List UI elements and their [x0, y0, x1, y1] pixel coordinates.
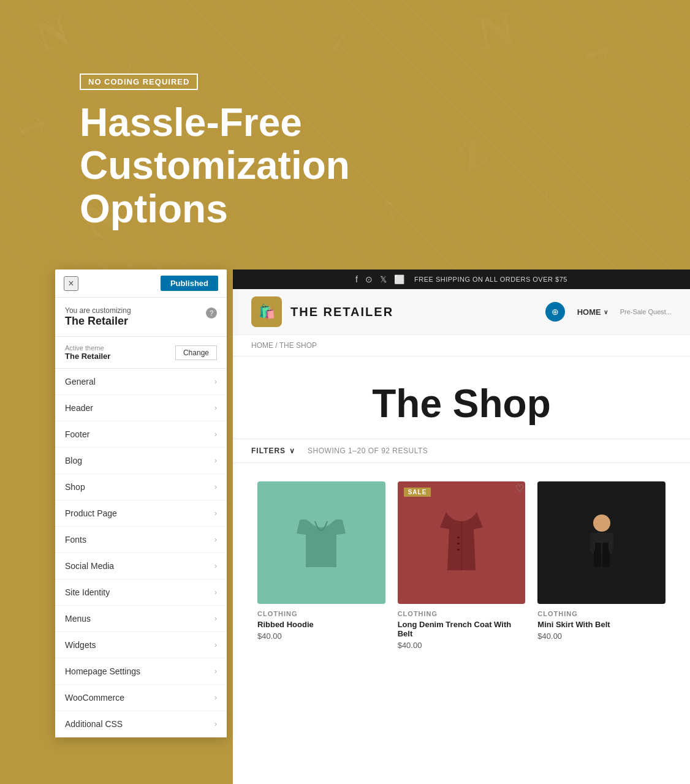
shop-title-area: The Shop — [233, 356, 690, 439]
hero-section: N ↑ N ↗ Z ↑ ↗ N Z ↑ NO CODING REQUIRED H… — [0, 0, 690, 270]
menu-item-social-media[interactable]: Social Media › — [55, 553, 227, 579]
customizing-theme-name: The Retailer — [65, 315, 131, 328]
menu-item-homepage-settings[interactable]: Homepage Settings › — [55, 658, 227, 685]
svg-point-4 — [593, 514, 610, 532]
product-name: Long Denim Trench Coat With Belt — [398, 620, 526, 638]
svg-rect-9 — [608, 533, 613, 551]
message-icon: ⊙ — [365, 274, 373, 284]
product-card: SALE ♡ CLOTHING Long Denim Trench Coat W… — [392, 475, 532, 656]
svg-rect-2 — [457, 543, 460, 545]
menu-item-menus[interactable]: Menus › — [55, 606, 227, 632]
hero-content: NO CODING REQUIRED Hassle-Free Customiza… — [80, 74, 509, 230]
active-theme-name: The Retailer — [65, 352, 110, 361]
menu-item-fonts[interactable]: Fonts › — [55, 527, 227, 553]
help-icon[interactable]: ? — [206, 307, 217, 318]
chevron-icon: › — [214, 430, 217, 439]
svg-rect-8 — [590, 533, 595, 551]
chevron-icon: › — [214, 641, 217, 649]
chevron-icon: › — [214, 483, 217, 491]
menu-item-footer[interactable]: Footer › — [55, 421, 227, 448]
nav-icon: ⊕ — [545, 302, 565, 322]
sale-badge: SALE — [404, 488, 431, 497]
chevron-icon: › — [214, 562, 217, 570]
home-nav-link[interactable]: HOME ∨ — [577, 307, 608, 317]
chevron-icon: › — [214, 614, 217, 623]
chevron-icon: › — [214, 377, 217, 386]
product-grid: CLOTHING Ribbed Hoodie $40.00 SALE ♡ — [233, 463, 690, 668]
menu-item-header[interactable]: Header › — [55, 395, 227, 421]
product-image — [398, 481, 526, 604]
hero-title: Hassle-Free Customization Options — [80, 101, 509, 230]
product-price: $40.00 — [398, 641, 526, 650]
product-name: Ribbed Hoodie — [257, 620, 385, 629]
menu-item-shop[interactable]: Shop › — [55, 474, 227, 500]
no-coding-badge: NO CODING REQUIRED — [80, 74, 198, 90]
active-theme-label: Active theme — [65, 344, 110, 352]
published-button[interactable]: Published — [161, 276, 218, 291]
menu-item-blog[interactable]: Blog › — [55, 448, 227, 474]
shop-title: The Shop — [251, 381, 672, 426]
logo-icon: 🛍️ — [251, 296, 282, 327]
store-topbar: f ⊙ 𝕏 ⬜ FREE SHIPPING ON ALL ORDERS OVER… — [233, 270, 690, 289]
presale-nav-link: Pre-Sale Quest... — [620, 308, 672, 315]
chevron-icon: › — [214, 404, 217, 412]
home-chevron: ∨ — [604, 309, 608, 315]
svg-rect-3 — [457, 549, 460, 551]
store-nav-links: ⊕ HOME ∨ Pre-Sale Quest... — [545, 302, 672, 322]
active-theme-section: Active theme The Retailer Change — [55, 337, 227, 369]
filters-chevron-icon: ∨ — [289, 447, 295, 455]
menu-item-site-identity[interactable]: Site Identity › — [55, 579, 227, 606]
product-category: CLOTHING — [257, 610, 385, 617]
store-nav: 🛍️ THE RETAILER ⊕ HOME ∨ Pre-Sale Quest.… — [233, 289, 690, 335]
menu-item-general[interactable]: General › — [55, 369, 227, 395]
hoodie-svg — [297, 515, 346, 570]
customizer-info: You are customizing The Retailer ? — [55, 298, 227, 337]
menu-item-additional-css[interactable]: Additional CSS › — [55, 711, 227, 737]
wishlist-icon[interactable]: ♡ — [515, 483, 524, 494]
customizer-header: × Published — [55, 270, 227, 298]
chevron-icon: › — [214, 667, 217, 676]
person-svg — [580, 512, 623, 573]
customizer-menu-list: General › Header › Footer › Blog › Shop … — [55, 369, 227, 737]
menu-item-woocommerce[interactable]: WooCommerce › — [55, 685, 227, 711]
product-category: CLOTHING — [537, 610, 665, 617]
logo-text: THE RETAILER — [290, 305, 393, 319]
chevron-icon: › — [214, 509, 217, 518]
social-icons: f ⊙ 𝕏 ⬜ — [355, 274, 404, 284]
store-preview: f ⊙ 𝕏 ⬜ FREE SHIPPING ON ALL ORDERS OVER… — [233, 270, 690, 784]
product-image — [257, 481, 385, 604]
product-category: CLOTHING — [398, 610, 526, 617]
facebook-icon: f — [355, 274, 358, 284]
svg-rect-1 — [457, 537, 460, 538]
results-count: SHOWING 1–20 OF 92 RESULTS — [308, 447, 428, 455]
product-price: $40.00 — [257, 631, 385, 641]
product-card: CLOTHING Ribbed Hoodie $40.00 — [251, 475, 392, 656]
chevron-icon: › — [214, 456, 217, 465]
menu-item-product-page[interactable]: Product Page › — [55, 500, 227, 527]
change-theme-button[interactable]: Change — [175, 345, 217, 360]
product-price: $40.00 — [537, 631, 665, 641]
product-image — [537, 481, 665, 604]
instagram-icon: ⬜ — [394, 274, 404, 284]
product-card: CLOTHING Mini Skirt With Belt $40.00 — [531, 475, 672, 656]
filters-button[interactable]: FILTERS ∨ — [251, 447, 295, 455]
chevron-icon: › — [214, 588, 217, 597]
chevron-icon: › — [214, 720, 217, 728]
breadcrumb: HOME / THE SHOP — [233, 335, 690, 356]
close-button[interactable]: × — [64, 276, 78, 291]
menu-item-widgets[interactable]: Widgets › — [55, 632, 227, 658]
coat-svg — [440, 512, 483, 573]
filters-bar: FILTERS ∨ SHOWING 1–20 OF 92 RESULTS — [233, 439, 690, 463]
chevron-icon: › — [214, 535, 217, 544]
store-logo: 🛍️ THE RETAILER — [251, 296, 393, 327]
product-name: Mini Skirt With Belt — [537, 620, 665, 629]
customizing-prefix: You are customizing — [65, 306, 131, 315]
chevron-icon: › — [214, 693, 217, 702]
shipping-text: FREE SHIPPING ON ALL ORDERS OVER $75 — [414, 276, 567, 283]
below-hero-area: × Published You are customizing The Reta… — [0, 270, 690, 784]
customizer-panel: × Published You are customizing The Reta… — [55, 270, 227, 737]
twitter-icon: 𝕏 — [380, 274, 387, 284]
